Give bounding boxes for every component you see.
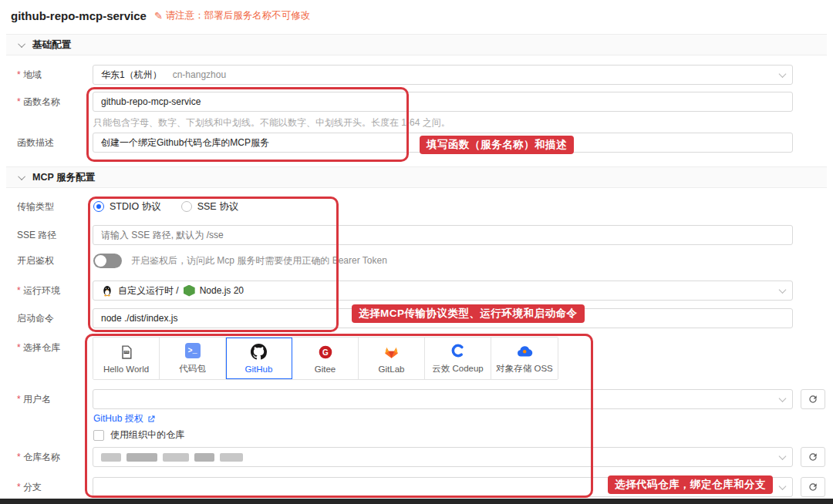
github-auth-link[interactable]: GitHub 授权: [93, 412, 156, 425]
chevron-down-icon: [779, 70, 787, 78]
refresh-icon: [808, 482, 818, 492]
card-codeup[interactable]: 云效 Codeup: [425, 338, 491, 379]
function-desc-label: 函数描述: [17, 137, 88, 148]
card-code-package[interactable]: >_ 代码包: [160, 338, 226, 379]
radio-unselected-icon: [181, 201, 192, 212]
linux-penguin-icon: [101, 284, 113, 297]
runtime-value: 自定义运行时 / Node.js 20: [101, 284, 244, 297]
repo-name-label: 仓库名称: [17, 452, 88, 462]
radio-stdio-label: STDIO 协议: [110, 200, 161, 213]
edit-pencil-icon: ✎: [154, 10, 163, 22]
warning-text: 请注意：部署后服务名称不可修改: [166, 9, 311, 22]
chevron-down-icon: [18, 40, 25, 48]
svg-text:G: G: [322, 348, 329, 356]
region-label: 地域: [17, 69, 88, 80]
card-github[interactable]: GitHub: [226, 338, 292, 379]
auth-toggle-row: 开启鉴权后，访问此 Mcp 服务时需要使用正确的 Bearer Token: [93, 253, 387, 268]
transport-label: 传输类型: [17, 201, 88, 212]
nodejs-icon: [184, 285, 195, 297]
username-select[interactable]: [93, 389, 793, 409]
card-oss[interactable]: 对象存储 OSS: [491, 338, 558, 379]
section-mcp-title: MCP 服务配置: [32, 171, 95, 184]
card-label: GitLab: [379, 365, 405, 374]
github-auth-text: GitHub 授权: [93, 412, 143, 425]
card-label: Gitee: [315, 365, 336, 374]
card-label: 云效 Codeup: [432, 363, 483, 375]
card-gitee[interactable]: G Gitee: [292, 338, 359, 379]
code-package-icon: >_: [185, 342, 201, 359]
function-desc-input[interactable]: [101, 133, 784, 152]
oss-icon: [516, 342, 533, 359]
sse-path-field: [93, 225, 793, 245]
repo-name-refresh-button[interactable]: [801, 447, 825, 467]
auth-toggle-off[interactable]: [93, 254, 122, 268]
function-name-input[interactable]: [101, 92, 784, 111]
card-hello-world[interactable]: DEMO Hello World: [93, 338, 160, 379]
section-mcp-config[interactable]: MCP 服务配置: [6, 166, 827, 188]
transport-radio-group: STDIO 协议 SSE 协议: [93, 199, 238, 214]
function-name-label: 函数名称: [17, 96, 88, 107]
checkbox-unchecked[interactable]: [93, 430, 104, 441]
radio-sse[interactable]: SSE 协议: [181, 200, 239, 213]
start-command-label: 启动命令: [17, 313, 88, 324]
page-header: github-repo-mcp-service ✎ 请注意：部署后服务名称不可修…: [11, 9, 310, 22]
radio-selected-icon: [93, 201, 104, 212]
card-label: Hello World: [103, 365, 149, 374]
external-link-icon: [147, 415, 156, 424]
region-value: 华东1（杭州）: [101, 69, 162, 82]
redacted-repo-value: [101, 453, 243, 462]
branch-refresh-button[interactable]: [801, 477, 825, 497]
branch-select[interactable]: [93, 477, 793, 497]
org-repo-checkbox-label: 使用组织中的仓库: [110, 428, 184, 442]
username-refresh-button[interactable]: [801, 389, 825, 409]
sse-path-input[interactable]: [101, 226, 784, 244]
username-label: 用户名: [17, 394, 88, 405]
radio-stdio[interactable]: STDIO 协议: [93, 200, 161, 213]
codeup-icon: [450, 342, 466, 359]
function-name-field: [93, 92, 793, 112]
service-name-warning: ✎ 请注意：部署后服务名称不可修改: [154, 9, 310, 22]
region-select[interactable]: 华东1（杭州） cn-hangzhou: [93, 65, 793, 85]
chevron-down-icon: [779, 482, 787, 490]
org-repo-checkbox-row: 使用组织中的仓库: [93, 428, 184, 442]
runtime-prefix: 自定义运行时 /: [118, 284, 179, 297]
card-label: 对象存储 OSS: [496, 363, 552, 375]
chevron-down-icon: [779, 452, 787, 460]
github-icon: [251, 344, 267, 361]
gitee-icon: G: [318, 344, 333, 361]
region-code: cn-hangzhou: [173, 69, 226, 80]
demo-doc-icon: DEMO: [119, 344, 134, 361]
chevron-down-icon: [18, 173, 25, 180]
card-label: GitHub: [245, 365, 273, 374]
repo-source-label: 选择仓库: [17, 342, 88, 353]
start-command-field: [93, 308, 793, 328]
card-gitlab[interactable]: GitLab: [359, 338, 425, 379]
service-name-title: github-repo-mcp-service: [11, 9, 147, 22]
create-mcp-service-page: github-repo-mcp-service ✎ 请注意：部署后服务名称不可修…: [0, 0, 833, 504]
repo-source-cards: DEMO Hello World >_ 代码包 GitHub G Gitee: [93, 337, 558, 380]
sse-path-label: SSE 路径: [17, 230, 88, 240]
card-label: 代码包: [179, 363, 206, 375]
repo-name-select[interactable]: [93, 447, 793, 467]
svg-text:DEMO: DEMO: [123, 351, 130, 354]
runtime-label: 运行环境: [17, 285, 88, 296]
function-name-hint: 只能包含字母、数字、下划线和中划线。不能以数字、中划线开头。长度在 1-64 之…: [93, 116, 450, 129]
auth-hint: 开启鉴权后，访问此 Mcp 服务时需要使用正确的 Bearer Token: [131, 254, 387, 267]
function-desc-field: [93, 133, 793, 153]
auth-label: 开启鉴权: [17, 255, 88, 266]
start-command-input[interactable]: [101, 309, 784, 328]
radio-sse-label: SSE 协议: [197, 200, 239, 213]
refresh-icon: [808, 452, 818, 462]
runtime-select[interactable]: 自定义运行时 / Node.js 20: [93, 281, 793, 301]
runtime-suffix: Node.js 20: [200, 285, 244, 296]
chevron-down-icon: [779, 286, 787, 294]
section-basic-config[interactable]: 基础配置: [6, 34, 827, 55]
chevron-down-icon: [779, 395, 787, 402]
bottom-edge-bar: [0, 499, 833, 504]
refresh-icon: [808, 394, 818, 405]
gitlab-icon: [383, 344, 400, 361]
section-basic-title: 基础配置: [32, 39, 71, 52]
branch-label: 分支: [17, 482, 88, 492]
